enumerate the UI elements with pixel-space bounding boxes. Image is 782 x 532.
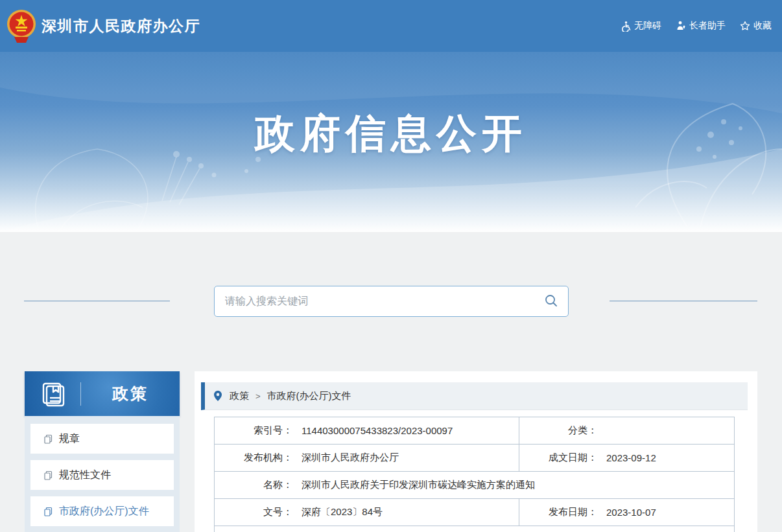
main-panel: 政策 > 市政府(办公厅)文件 索引号： 114403000075433823/…: [195, 371, 757, 532]
written-date-label: 成文日期：: [519, 452, 597, 464]
sidebar-item-label: 市政府(办公厅)文件: [59, 505, 149, 518]
index-number-value: 114403000075433823/2023-00097: [302, 425, 453, 436]
sidebar-title: 政策: [81, 383, 180, 404]
issuing-agency-label: 发布机构：: [215, 452, 292, 464]
empty-cell: [215, 526, 734, 532]
location-pin-icon: [213, 390, 223, 402]
sidebar-menu: 规章 规范性文件 市政府(办公厅)文件: [25, 416, 180, 532]
search-divider-left: [24, 301, 170, 301]
document-name-label: 名称：: [215, 479, 292, 491]
sidebar-item-rules[interactable]: 规章: [30, 424, 174, 454]
sidebar-item-label: 规章: [59, 432, 80, 446]
document-name-value: 深圳市人民政府关于印发深圳市碳达峰实施方案的通知: [302, 479, 535, 491]
written-date-value: 2023-09-12: [606, 452, 656, 463]
content-area: 政策 规章 规范性文件: [0, 232, 782, 532]
issuing-agency-value: 深圳市人民政府办公厅: [302, 452, 399, 464]
book-icon: [25, 380, 80, 408]
elder-helper-label: 长者助手: [689, 20, 726, 32]
table-row: 名称： 深圳市人民政府关于印发深圳市碳达峰实施方案的通知: [215, 472, 734, 499]
star-icon: [740, 21, 750, 31]
category-label: 分类：: [519, 424, 597, 437]
document-icon: [43, 470, 53, 480]
document-number-cell: 文号： 深府〔2023〕84号: [215, 499, 519, 526]
site-title: 深圳市人民政府办公厅: [41, 16, 200, 36]
issuing-agency-cell: 发布机构： 深圳市人民政府办公厅: [215, 445, 519, 471]
breadcrumb: 政策 > 市政府(办公厅)文件: [201, 382, 748, 410]
table-row: [215, 526, 734, 532]
document-name-cell: 名称： 深圳市人民政府关于印发深圳市碳达峰实施方案的通知: [215, 472, 734, 498]
header-links: 无障碍 长者助手 收藏: [620, 0, 772, 52]
banner: 政府信息公开: [0, 52, 782, 232]
table-row: 发布机构： 深圳市人民政府办公厅 成文日期： 2023-09-12: [215, 445, 734, 472]
search-divider-right: [610, 301, 757, 301]
sidebar-item-label: 规范性文件: [59, 468, 111, 482]
search-icon: [544, 294, 558, 310]
table-row: 索引号： 114403000075433823/2023-00097 分类：: [215, 417, 734, 445]
category-cell: 分类：: [519, 417, 734, 444]
breadcrumb-item-current[interactable]: 市政府(办公厅)文件: [267, 390, 351, 402]
elder-icon: [676, 21, 686, 31]
favorite-label: 收藏: [753, 20, 772, 32]
publish-date-value: 2023-10-07: [606, 507, 656, 518]
written-date-cell: 成文日期： 2023-09-12: [519, 445, 734, 471]
sidebar-header: 政策: [25, 371, 180, 416]
elder-helper-link[interactable]: 长者助手: [676, 20, 726, 32]
sidebar-item-normative-docs[interactable]: 规范性文件: [30, 460, 174, 490]
accessibility-label: 无障碍: [634, 20, 661, 32]
breadcrumb-item-policy[interactable]: 政策: [230, 390, 249, 402]
page-title: 政府信息公开: [0, 106, 782, 161]
document-icon: [43, 434, 53, 444]
search-input[interactable]: [215, 287, 534, 316]
top-header-bar: 深圳市人民政府办公厅 无障碍: [0, 0, 782, 52]
document-number-label: 文号：: [215, 506, 292, 518]
page: 深圳市人民政府办公厅 无障碍: [0, 0, 782, 532]
search-box: [214, 286, 569, 317]
search-button[interactable]: [534, 286, 568, 316]
document-number-value: 深府〔2023〕84号: [302, 506, 383, 518]
table-row: 文号： 深府〔2023〕84号 发布日期： 2023-10-07: [215, 499, 734, 526]
document-meta-table: 索引号： 114403000075433823/2023-00097 分类： 发…: [214, 417, 735, 532]
breadcrumb-separator: >: [255, 391, 261, 401]
publish-date-cell: 发布日期： 2023-10-07: [519, 499, 734, 526]
index-number-cell: 索引号： 114403000075433823/2023-00097: [215, 417, 519, 444]
sidebar-item-city-gov-docs[interactable]: 市政府(办公厅)文件: [30, 496, 174, 526]
accessibility-icon: [620, 21, 631, 32]
national-emblem-logo: [5, 8, 38, 43]
favorite-link[interactable]: 收藏: [740, 20, 772, 32]
index-number-label: 索引号：: [215, 424, 292, 437]
publish-date-label: 发布日期：: [519, 506, 597, 518]
accessibility-link[interactable]: 无障碍: [620, 20, 661, 32]
document-icon: [43, 507, 53, 516]
